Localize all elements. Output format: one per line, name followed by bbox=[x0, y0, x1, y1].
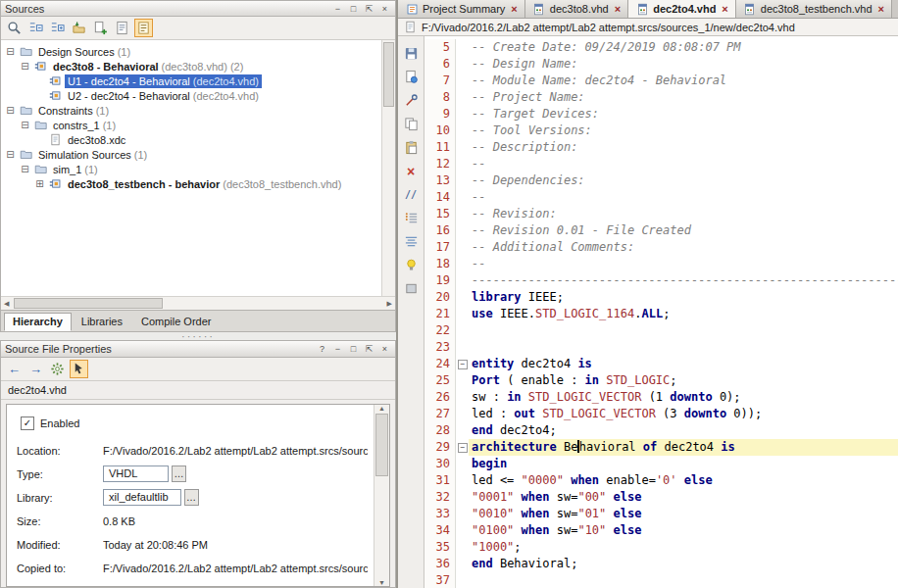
properties-scrollbar[interactable]: ▲ ▼ bbox=[374, 405, 389, 586]
collapse-expander-icon[interactable]: ⊟ bbox=[20, 164, 30, 174]
close-tab-icon[interactable]: × bbox=[615, 3, 621, 15]
tree-item[interactable]: dec3to8.xdc bbox=[3, 132, 381, 147]
code-line[interactable]: 13-- Dependencies: bbox=[424, 172, 898, 189]
property-value-box[interactable]: xil_defaultlib bbox=[103, 489, 181, 506]
fold-marker-icon[interactable] bbox=[456, 439, 469, 456]
panel-splitter[interactable]: ······ bbox=[0, 332, 396, 340]
code-line[interactable]: 28end dec2to4; bbox=[424, 422, 898, 439]
indent-button[interactable] bbox=[402, 209, 421, 227]
expand-expander-icon[interactable]: ⊞ bbox=[34, 178, 45, 189]
scrollbar-track[interactable] bbox=[12, 297, 383, 310]
code-line[interactable]: 11-- Description: bbox=[424, 139, 898, 156]
tree-item[interactable]: ⊟sim_1 (1) bbox=[3, 162, 381, 176]
minimize-icon[interactable]: − bbox=[331, 343, 344, 355]
ellipsis-button[interactable]: … bbox=[172, 466, 186, 482]
fold-marker-icon[interactable] bbox=[456, 356, 469, 372]
code-line[interactable]: 30begin bbox=[424, 456, 898, 472]
close-tab-icon[interactable]: × bbox=[722, 3, 727, 15]
code-line[interactable]: 23 bbox=[424, 339, 898, 356]
collapse-all-button[interactable] bbox=[26, 19, 45, 37]
code-line[interactable]: 19--------------------------------------… bbox=[424, 272, 898, 289]
paste-button[interactable] bbox=[402, 138, 421, 157]
collapse-expander-icon[interactable]: ⊟ bbox=[5, 105, 16, 116]
close-tab-icon[interactable]: × bbox=[511, 3, 517, 15]
help-icon[interactable]: ? bbox=[316, 343, 328, 355]
code-line[interactable]: 33"0010" when sw="01" else bbox=[424, 506, 898, 522]
code-line[interactable]: 5-- Create Date: 09/24/2019 08:08:07 PM bbox=[424, 39, 898, 56]
close-icon[interactable]: × bbox=[378, 343, 391, 355]
import-button[interactable] bbox=[70, 19, 88, 37]
code-line[interactable]: 18-- bbox=[424, 256, 898, 272]
scrollbar-thumb[interactable] bbox=[375, 414, 388, 476]
code-line[interactable]: 29architecture Behavioral of dec2to4 is bbox=[424, 439, 898, 456]
forward-arrow-button[interactable]: → bbox=[26, 360, 45, 378]
collapse-expander-icon[interactable]: ⊟ bbox=[20, 120, 30, 130]
add-sources-button[interactable] bbox=[91, 19, 110, 37]
sources-horizontal-scrollbar[interactable]: ◀ ▶ bbox=[1, 296, 395, 310]
tab-libraries[interactable]: Libraries bbox=[73, 313, 131, 331]
template-button[interactable] bbox=[402, 279, 421, 298]
code-line[interactable]: 24entity dec2to4 is bbox=[424, 356, 898, 372]
code-line[interactable]: 10-- Tool Versions: bbox=[424, 122, 898, 139]
settings-gear-button[interactable] bbox=[48, 360, 67, 378]
code-line[interactable]: 17-- Additional Comments: bbox=[424, 239, 898, 256]
code-line[interactable]: 25Port ( enable : in STD_LOGIC; bbox=[424, 372, 898, 389]
expand-all-button[interactable] bbox=[48, 19, 67, 37]
code-line[interactable]: 26sw : in STD_LOGIC_VECTOR (1 downto 0); bbox=[424, 389, 898, 406]
code-line[interactable]: 37 bbox=[424, 572, 898, 588]
scroll-toggle-button[interactable] bbox=[134, 19, 153, 37]
editor-tab[interactable]: dec3to8_testbench.vhd× bbox=[736, 0, 892, 18]
lightbulb-button[interactable] bbox=[402, 256, 421, 274]
search-button[interactable] bbox=[5, 19, 24, 37]
code-editor[interactable]: 5-- Create Date: 09/24/2019 08:08:07 PM6… bbox=[424, 36, 898, 588]
code-line[interactable]: 8-- Project Name: bbox=[424, 89, 898, 106]
report-button[interactable] bbox=[113, 19, 131, 37]
property-value-box[interactable]: VHDL bbox=[103, 466, 169, 482]
editor-tab[interactable]: dec3to8.vhd× bbox=[525, 0, 628, 18]
open-button[interactable] bbox=[402, 68, 421, 86]
tree-item[interactable]: U1 - dec2to4 - Behavioral (dec2to4.vhd) bbox=[3, 74, 381, 88]
code-line[interactable]: 34"0100" when sw="10" else bbox=[424, 522, 898, 539]
select-tool-button[interactable] bbox=[70, 360, 88, 378]
code-line[interactable]: 20library IEEE; bbox=[424, 289, 898, 306]
tree-item[interactable]: ⊟Constraints (1) bbox=[3, 103, 381, 118]
code-line[interactable]: 22 bbox=[424, 322, 898, 339]
tree-item[interactable]: ⊞dec3to8_testbench - behavior (dec3to8_t… bbox=[3, 176, 381, 191]
close-tab-icon[interactable]: × bbox=[878, 3, 884, 15]
align-button[interactable] bbox=[402, 232, 421, 251]
scroll-right-icon[interactable]: ▶ bbox=[384, 300, 395, 308]
scrollbar-track[interactable] bbox=[374, 412, 389, 579]
probe-button[interactable] bbox=[402, 91, 421, 110]
sources-vertical-scrollbar[interactable] bbox=[381, 40, 395, 296]
code-line[interactable]: 7-- Module Name: dec2to4 - Behavioral bbox=[424, 73, 898, 89]
tree-item[interactable]: U2 - dec2to4 - Behavioral (dec2to4.vhd) bbox=[3, 88, 381, 103]
back-arrow-button[interactable]: ← bbox=[5, 360, 24, 378]
ellipsis-button[interactable]: … bbox=[184, 489, 199, 506]
editor-tab[interactable]: dec2to4.vhd× bbox=[628, 0, 736, 18]
enabled-checkbox[interactable]: ✓ bbox=[21, 416, 34, 430]
tree-item[interactable]: ⊟Simulation Sources (1) bbox=[3, 147, 381, 162]
scroll-down-icon[interactable]: ▼ bbox=[375, 579, 388, 586]
code-line[interactable]: 36end Behavioral; bbox=[424, 556, 898, 572]
splitter-handle-icon[interactable]: ······ bbox=[181, 334, 215, 339]
code-line[interactable]: 12-- bbox=[424, 156, 898, 172]
scroll-left-icon[interactable]: ◀ bbox=[1, 300, 12, 308]
code-line[interactable]: 21use IEEE.STD_LOGIC_1164.ALL; bbox=[424, 306, 898, 322]
scrollbar-thumb[interactable] bbox=[14, 298, 163, 309]
tree-item[interactable]: ⊟dec3to8 - Behavioral (dec3to8.vhd) (2) bbox=[3, 59, 381, 74]
tab-compile-order[interactable]: Compile Order bbox=[132, 313, 221, 331]
code-line[interactable]: 9-- Target Devices: bbox=[424, 106, 898, 122]
code-line[interactable]: 27led : out STD_LOGIC_VECTOR (3 downto 0… bbox=[424, 406, 898, 422]
comment-button[interactable]: // bbox=[402, 185, 421, 204]
code-line[interactable]: 35"1000"; bbox=[424, 539, 898, 556]
save-button[interactable] bbox=[402, 44, 421, 63]
tree-item[interactable]: ⊟Design Sources (1) bbox=[3, 44, 381, 59]
code-line[interactable]: 16-- Revision 0.01 - File Created bbox=[424, 222, 898, 239]
collapse-expander-icon[interactable]: ⊟ bbox=[20, 61, 30, 72]
code-line[interactable]: 32"0001" when sw="00" else bbox=[424, 489, 898, 506]
collapse-expander-icon[interactable]: ⊟ bbox=[5, 149, 16, 160]
minimize-icon[interactable]: − bbox=[331, 3, 344, 15]
delete-button[interactable]: × bbox=[402, 162, 421, 180]
code-line[interactable]: 14-- bbox=[424, 189, 898, 206]
maximize-icon[interactable]: ⇱ bbox=[363, 3, 375, 15]
